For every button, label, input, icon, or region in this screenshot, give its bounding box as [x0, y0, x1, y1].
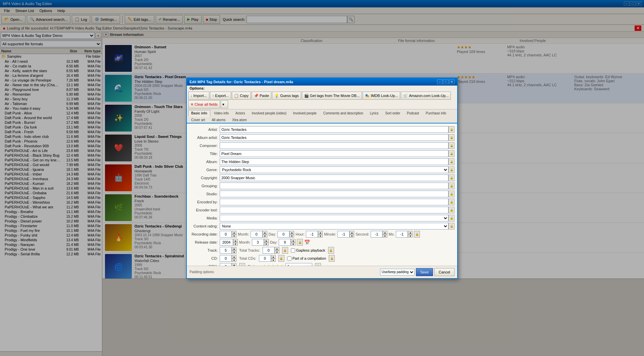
grouping-lock-button[interactable]: 🔒 [448, 183, 454, 189]
rel-year-up[interactable]: ▲ [233, 239, 238, 242]
guess-tags-button[interactable]: 💡 Guess tags [272, 92, 301, 100]
rec-ms-up[interactable]: ▲ [408, 231, 413, 234]
copyright-lock-button[interactable]: 🔒 [448, 174, 454, 181]
unknown-action-button[interactable]: ▾ [221, 100, 228, 108]
rec-minute-up[interactable]: ▲ [350, 231, 354, 234]
rec-year-up[interactable]: ▲ [232, 231, 236, 234]
rec-hour-input[interactable] [306, 231, 318, 238]
album-artist-input[interactable] [220, 134, 448, 141]
rel-year-down[interactable]: ▼ [233, 242, 238, 246]
tab-actors[interactable]: Actors [232, 110, 248, 116]
content-rating-lock-button[interactable]: 🔒 [448, 223, 454, 230]
tab-video-info[interactable]: Video info [211, 110, 232, 116]
rec-hour-down[interactable]: ▼ [318, 234, 323, 238]
copy-button[interactable]: 📋 Copy [232, 92, 251, 100]
rec-ms-input[interactable] [396, 231, 408, 238]
gapless-lock-button[interactable]: 🔒 [328, 247, 334, 254]
track-down[interactable]: ▼ [232, 250, 236, 254]
tab-involved-people-(video)[interactable]: Involved people (video) [249, 110, 289, 116]
rel-day-up[interactable]: ▲ [291, 239, 296, 242]
tab-purchase-info[interactable]: Purchase info [423, 110, 449, 116]
total-tracks-up[interactable]: ▲ [275, 247, 279, 250]
encoder-tool-lock-button[interactable]: 🔒 [448, 207, 454, 213]
tab-sort-order[interactable]: Sort order [382, 110, 403, 116]
title-lock-button[interactable]: 🔒 [448, 150, 454, 157]
export-button[interactable]: ↑ Export... [210, 92, 231, 100]
genre-lock-button[interactable]: 🔒 [448, 166, 454, 173]
rec-day-down[interactable]: ▼ [289, 234, 294, 238]
rec-second-up[interactable]: ▲ [383, 231, 387, 234]
tab-involved-people[interactable]: Involved people [290, 110, 320, 116]
total-tracks-down[interactable]: ▼ [275, 250, 279, 254]
tab-all-atoms[interactable]: All atoms [209, 117, 228, 123]
encoder-tool-input[interactable] [220, 207, 448, 213]
rel-day-input[interactable] [279, 239, 291, 246]
rec-year-down[interactable]: ▼ [232, 234, 236, 238]
bpm-up[interactable]: ▲ [232, 263, 236, 265]
title-input[interactable] [220, 150, 448, 157]
save-button[interactable]: Save [416, 268, 433, 276]
studio-input[interactable] [220, 191, 448, 197]
total-cds-up[interactable]: ▲ [271, 255, 276, 258]
copyright-input[interactable] [220, 174, 448, 181]
track-input[interactable] [220, 247, 232, 254]
encoded-by-lock-button[interactable]: 🔒 [448, 199, 454, 205]
get-tags-movie-db-button[interactable]: 🎬 Get tags from The Movie DB... [302, 92, 362, 100]
album-artist-lock-button[interactable]: 🔒 [448, 134, 454, 141]
cancel-button[interactable]: Cancel [434, 268, 454, 276]
media-select[interactable] [220, 215, 448, 221]
rel-day-down[interactable]: ▼ [291, 242, 296, 246]
rec-minute-down[interactable]: ▼ [350, 234, 354, 238]
cd-down[interactable]: ▼ [232, 258, 236, 262]
rating-select[interactable]: Awesome [285, 263, 312, 265]
rec-month-up[interactable]: ▲ [263, 231, 267, 234]
rating-lock-button[interactable]: 🔒 [315, 263, 321, 265]
genre-select[interactable]: Psychedelic Rock [220, 166, 448, 173]
modal-minimize-button[interactable]: ─ [437, 80, 442, 84]
rec-second-input[interactable] [371, 231, 383, 238]
rec-hour-up[interactable]: ▲ [318, 231, 323, 234]
track-lock-button[interactable]: 🔒 [282, 247, 288, 254]
compilation-checkbox[interactable] [287, 256, 291, 261]
cd-input[interactable] [220, 255, 232, 262]
tab-lyrics[interactable]: Lyrics [367, 110, 382, 116]
album-lock-button[interactable]: 🔒 [448, 158, 454, 165]
imdb-lookup-button[interactable]: 🎭 IMDB Look-Up... [363, 92, 400, 100]
media-lock-button[interactable]: 🔒 [448, 215, 454, 221]
bpm-input[interactable] [220, 263, 232, 265]
tab-xtra-atom[interactable]: Xtra atom [229, 117, 250, 123]
total-cds-down[interactable]: ▼ [271, 258, 276, 262]
total-tracks-input[interactable] [263, 247, 275, 254]
modal-maximize-button[interactable]: □ [443, 80, 448, 84]
cd-up[interactable]: ▲ [232, 255, 236, 258]
tab-basic-info[interactable]: Basic info [188, 110, 210, 117]
rec-month-down[interactable]: ▼ [263, 234, 267, 238]
rel-month-up[interactable]: ▲ [264, 239, 269, 242]
rel-year-input[interactable] [220, 239, 233, 246]
rel-date-lock-button[interactable]: 🔒 [297, 239, 303, 246]
track-up[interactable]: ▲ [232, 247, 236, 250]
composer-lock-button[interactable]: 🔒 [448, 142, 454, 149]
artist-lock-button[interactable]: 🔒 [448, 126, 454, 133]
compilation-lock-button[interactable]: 🔒 [329, 255, 335, 262]
composer-input[interactable] [220, 142, 448, 149]
tab-comments-and-description[interactable]: Comments and description [320, 110, 366, 116]
grouping-input[interactable] [220, 183, 448, 189]
rec-day-input[interactable] [277, 231, 289, 238]
rec-month-input[interactable] [251, 231, 263, 238]
artist-input[interactable] [220, 126, 448, 133]
rel-month-down[interactable]: ▼ [264, 242, 269, 246]
rec-minute-input[interactable] [337, 231, 350, 238]
rec-ms-down[interactable]: ▼ [408, 234, 413, 238]
tab-cover-art[interactable]: Cover art [188, 117, 208, 123]
padding-options-select[interactable]: Use/keep padding [380, 269, 415, 275]
paste-button[interactable]: 📌 Paste [252, 92, 271, 100]
total-cds-input[interactable] [259, 255, 271, 262]
rec-second-down[interactable]: ▼ [383, 234, 387, 238]
import-button[interactable]: ↓ Import... [188, 92, 209, 100]
album-input[interactable] [220, 158, 448, 165]
cd-lock-button[interactable]: 🔒 [278, 255, 284, 262]
content-rating-select[interactable]: None [220, 223, 448, 230]
modal-close-button[interactable]: ✕ [449, 80, 454, 84]
amazon-lookup-button[interactable]: 🛒 Amazon.com Look-Up... [401, 92, 451, 100]
